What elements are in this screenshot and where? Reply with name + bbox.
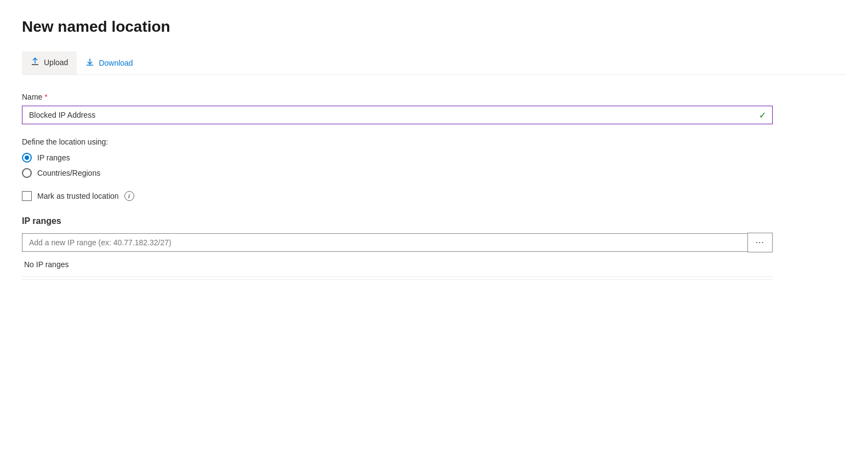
no-ip-ranges-text: No IP ranges <box>22 252 773 277</box>
ip-ranges-section-title: IP ranges <box>22 216 846 226</box>
ip-ranges-radio-input[interactable] <box>22 153 32 163</box>
countries-regions-radio-label: Countries/Regions <box>37 169 100 177</box>
countries-regions-radio-option[interactable]: Countries/Regions <box>22 168 846 178</box>
ip-more-options-button[interactable]: ··· <box>747 233 773 252</box>
checkmark-icon: ✓ <box>759 110 766 120</box>
ip-ranges-divider <box>22 279 773 280</box>
more-options-icon: ··· <box>756 238 764 247</box>
page-title: New named location <box>22 18 846 36</box>
trusted-location-checkbox[interactable] <box>22 191 32 201</box>
download-button[interactable]: Download <box>77 52 141 73</box>
ip-ranges-section: IP ranges ··· No IP ranges <box>22 216 846 280</box>
ip-ranges-radio-label: IP ranges <box>37 153 70 162</box>
upload-icon <box>31 57 39 68</box>
name-label: Name * <box>22 93 846 101</box>
name-input[interactable] <box>22 106 773 124</box>
download-button-label: Download <box>99 59 133 67</box>
define-location-section: Define the location using: IP ranges Cou… <box>22 137 846 178</box>
upload-button-label: Upload <box>44 58 68 67</box>
trusted-location-section: Mark as trusted location i <box>22 191 846 201</box>
download-icon <box>85 57 94 68</box>
name-input-wrapper: ✓ <box>22 106 773 124</box>
upload-button[interactable]: Upload <box>22 51 77 74</box>
ip-range-input[interactable] <box>22 233 747 252</box>
trusted-location-label: Mark as trusted location <box>37 192 119 200</box>
ip-ranges-radio-option[interactable]: IP ranges <box>22 153 846 163</box>
define-location-label: Define the location using: <box>22 137 846 146</box>
toolbar: Upload Download <box>22 51 846 75</box>
trusted-location-info-icon[interactable]: i <box>124 191 134 201</box>
location-type-radio-group: IP ranges Countries/Regions <box>22 153 846 178</box>
name-field-section: Name * ✓ <box>22 93 846 124</box>
ip-input-row: ··· <box>22 233 773 252</box>
required-indicator: * <box>44 93 47 101</box>
countries-regions-radio-input[interactable] <box>22 168 32 178</box>
